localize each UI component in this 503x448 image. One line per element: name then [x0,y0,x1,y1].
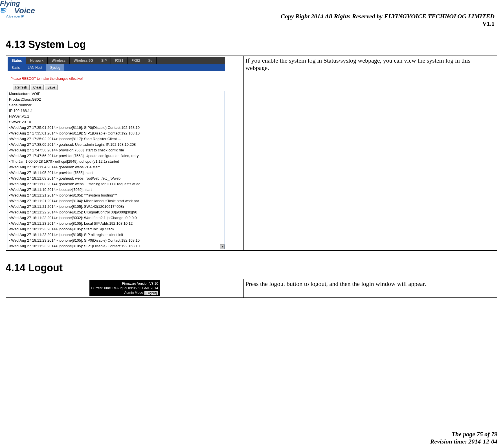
log-line: <Wed Aug 27 17:35:02 2014> ipphone[8117]… [8,136,225,142]
log-line: <Wed Aug 27 18:11:23 2014> ipphone[8105]… [8,226,225,232]
log-line: <Wed Aug 27 18:11:23 2014> ipphone[8105]… [8,238,225,243]
section-title-logout: 4.14 Logout [6,262,497,274]
system-log-table: StatusNetworkWirelessWireless 5GSIPFXS1F… [6,56,497,251]
logout-screenshot-cell: Firmware Version V3.10 Current Time Fri … [6,279,244,298]
log-line: ProductClass:G802 [8,97,225,102]
log-line: <Wed Aug 27 18:11:21 2014> ipphone[8105]… [8,204,225,209]
syslog-textarea[interactable]: Manufacturer:VOIPProductClass:G802Serial… [8,91,225,249]
log-line: <Wed Aug 27 18:11:08 2014> goahead: webs… [8,176,225,181]
syslog-screenshot: StatusNetworkWirelessWireless 5GSIPFXS1F… [8,57,225,249]
scroll-down-icon[interactable] [220,244,225,249]
page-footer: The page 75 of 79 Revision time: 2014-12… [430,431,497,445]
revision-time: Revision time: 2014-12-04 [430,438,497,445]
log-line: <Wed Aug 27 18:11:23 2014> ipphone[8105]… [8,243,225,249]
sub-tab-syslog[interactable]: Syslog [46,64,64,71]
log-line: IP:192.168.1.1 [8,108,225,114]
log-line: <Wed Aug 27 17:38:09 2014> goahead: User… [8,142,225,147]
main-tab-status[interactable]: Status [8,57,26,64]
log-line: <Wed Aug 27 17:47:56 2014> provision[756… [8,153,225,159]
system-log-description: If you enable the system log in Status/s… [245,57,470,71]
logo-tagline: Voice over IP [0,15,37,18]
log-line: <Wed Aug 27 18:11:22 2014> ipphone[8125]… [8,209,225,215]
save-button[interactable]: Save [45,85,58,90]
system-log-screenshot-cell: StatusNetworkWirelessWireless 5GSIPFXS1F… [6,56,244,251]
logout-description: Press the logout button to logout, and t… [245,280,426,287]
logout-bar-screenshot: Firmware Version V3.10 Current Time Fri … [89,280,160,296]
log-line: Manufacturer:VOIP [8,91,225,97]
refresh-button[interactable]: Refresh [13,85,30,90]
log-line: <Wed Aug 27 18:11:04 2014> goahead: webs… [8,164,225,170]
admin-mode-label: Admin Mode [124,291,143,295]
sub-tab-lan-host[interactable]: LAN Host [24,64,46,71]
current-time-text: Current Time Fri Aug 29 09:05:53 GMT 201… [91,286,158,290]
log-line: <Wed Aug 27 18:11:05 2014> provision[755… [8,170,225,176]
logo-text-bottom: Voice [8,6,35,15]
admin-mode-row: Admin Mode [Logout] [91,290,158,295]
copyright-text: Copy Right 2014 All Rights Reserved by F… [281,13,495,20]
log-line: SerialNumber: [8,102,225,108]
log-line: HWVer:V1.1 [8,114,225,119]
doc-version: V1.1 [6,20,495,27]
log-line: <Wed Aug 27 18:11:23 2014> ipphone[8105]… [8,221,225,226]
section-title-system-log: 4.13 System Log [6,39,497,50]
main-tab-sip[interactable]: SIP [97,57,111,64]
sub-nav-tabs: BasicLAN HostSyslog [8,64,225,71]
document-page: Flying Voice Voice over IP Copy Right 20… [0,0,503,448]
log-line: <Wed Aug 27 18:11:08 2014> goahead: webs… [8,181,225,187]
main-tab-fxs2[interactable]: FXS2 [128,57,144,64]
sub-tab-basic[interactable]: Basic [8,64,24,71]
main-tab-se[interactable]: Se [144,57,157,64]
clear-button[interactable]: Clear [31,85,44,90]
logout-button[interactable]: [Logout] [144,291,158,295]
log-line: <Wed Aug 27 18:11:23 2014> ipphone[8105]… [8,232,225,238]
syslog-button-row: Refresh Clear Save [8,85,225,90]
system-log-description-cell: If you enable the system log in Status/s… [244,56,497,251]
log-line: <Wed Aug 27 17:35:01 2014> ipphone[8119]… [8,131,225,136]
log-line: <Wed Aug 27 18:11:21 2014> ipphone[8105]… [8,193,225,198]
log-line: SWVer:V3.10 [8,119,225,125]
main-tab-wireless[interactable]: Wireless [48,57,70,64]
log-line: <Wed Aug 27 17:47:56 2014> provision[756… [8,147,225,153]
log-line: <Wed Aug 27 18:11:21 2014> ipphone[8104]… [8,198,225,204]
log-line: <Wed Aug 27 18:11:19 2014> looptask[7969… [8,187,225,193]
main-tab-wireless-5g[interactable]: Wireless 5G [70,57,97,64]
header-right: Copy Right 2014 All Rights Reserved by F… [6,3,497,27]
logout-table: Firmware Version V3.10 Current Time Fri … [6,279,497,298]
main-tab-network[interactable]: Network [26,57,48,64]
log-line: <Wed Aug 27 17:35:01 2014> ipphone[8119]… [8,125,225,131]
reboot-warning: Please REBOOT to make the changes effect… [8,71,225,85]
log-line: <Wed Aug 27 18:11:23 2014> ipphone[8032]… [8,215,225,221]
main-nav-tabs: StatusNetworkWirelessWireless 5GSIPFXS1F… [8,57,225,64]
main-tab-fxs1[interactable]: FXS1 [111,57,128,64]
logout-description-cell: Press the logout button to logout, and t… [244,279,497,298]
brand-logo: Flying Voice Voice over IP [0,0,37,18]
page-number: The page 75 of 79 [430,431,497,438]
firmware-version-text: Firmware Version V3.10 [91,281,158,286]
log-line: <Thu Jan 1 00:00:28 1970> udhcpd[2949]: … [8,159,225,164]
logo-swoosh-icon [0,7,7,14]
